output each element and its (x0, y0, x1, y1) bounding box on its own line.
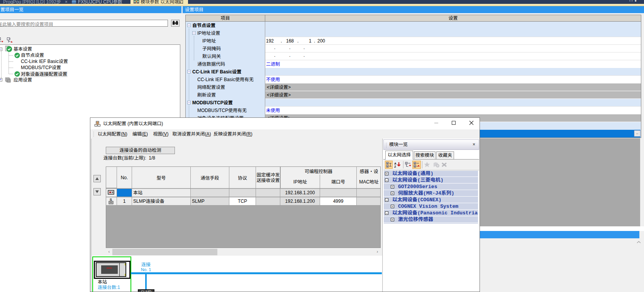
svg-text:Z: Z (394, 165, 396, 168)
